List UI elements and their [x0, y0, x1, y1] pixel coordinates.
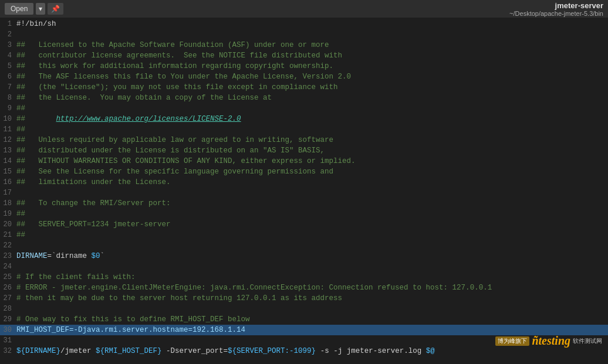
table-row: 3## Licensed to the Apache Software Foun… — [0, 40, 608, 50]
line-number: 24 — [0, 261, 16, 272]
line-number: 28 — [0, 304, 16, 314]
pin-button[interactable]: 📌 — [48, 3, 63, 15]
line-number: 1 — [0, 19, 16, 29]
line-number: 23 — [0, 251, 16, 261]
line-number: 32 — [0, 346, 16, 356]
line-content: ## The ASF licenses this file to You und… — [16, 72, 351, 82]
table-row: 9## — [0, 103, 608, 114]
line-number: 4 — [0, 50, 16, 61]
line-number: 21 — [0, 230, 16, 240]
table-row: 11## — [0, 124, 608, 135]
line-number: 25 — [0, 272, 16, 283]
line-number: 14 — [0, 156, 16, 166]
table-row: 8## the License. You may obtain a copy o… — [0, 93, 608, 103]
line-content: ## limitations under the License. — [16, 177, 171, 188]
table-row: 13## distributed under the License is di… — [0, 145, 608, 156]
table-row: 4## contributor license agreements. See … — [0, 50, 608, 61]
table-row: 10## http://www.apache.org/licenses/LICE… — [0, 114, 608, 124]
filepath-label: ~/Desktop/apache-jmeter-5.3/bin — [509, 10, 603, 17]
line-content: ## Licensed to the Apache Software Found… — [16, 40, 329, 50]
table-row: 18## To change the RMI/Server port: — [0, 198, 608, 209]
line-number: 2 — [0, 29, 16, 40]
line-content: ## — [16, 124, 25, 135]
line-content: ## contributor license agreements. See t… — [16, 50, 342, 61]
table-row: 21## — [0, 230, 608, 240]
line-number: 12 — [0, 135, 16, 145]
line-content: # One way to fix this is to define RMI_H… — [16, 314, 250, 325]
line-content: ## See the License for the specific lang… — [16, 166, 333, 177]
line-content: # then it may be due to the server host … — [16, 293, 342, 304]
table-row: 20## SERVER_PORT=1234 jmeter-server — [0, 219, 608, 230]
table-row: 5## this work for additional information… — [0, 61, 608, 72]
toolbar: Open ▾ 📌 — [5, 3, 63, 15]
table-row: 15## See the License for the specific la… — [0, 166, 608, 177]
line-number: 29 — [0, 314, 16, 325]
code-editor[interactable]: 1#!/bin/sh23## Licensed to the Apache So… — [0, 18, 608, 364]
table-row: 16## limitations under the License. — [0, 177, 608, 188]
line-content: ## — [16, 230, 25, 240]
table-row: 12## Unless required by applicable law o… — [0, 135, 608, 145]
line-number: 5 — [0, 61, 16, 72]
line-content: ## the License. You may obtain a copy of… — [16, 93, 272, 103]
line-content: ## distributed under the License is dist… — [16, 145, 325, 156]
table-row: 26# ERROR - jmeter.engine.ClientJMeterEn… — [0, 283, 608, 293]
table-row: 14## WITHOUT WARRANTIES OR CONDITIONS OF… — [0, 156, 608, 166]
line-content: ## Unless required by applicable law or … — [16, 135, 333, 145]
line-content: DIRNAME=`dirname $0` — [16, 251, 104, 261]
table-row: 7## (the "License"); you may not use thi… — [0, 82, 608, 93]
line-number: 26 — [0, 283, 16, 293]
line-content: ## (the "License"); you may not use this… — [16, 82, 338, 93]
line-content: # ERROR - jmeter.engine.ClientJMeterEngi… — [16, 283, 492, 293]
table-row: 25# If the client fails with: — [0, 272, 608, 283]
line-number: 3 — [0, 40, 16, 50]
table-row: 28 — [0, 304, 608, 314]
titlebar-info: jmeter-server ~/Desktop/apache-jmeter-5.… — [509, 1, 603, 17]
line-number: 13 — [0, 145, 16, 156]
table-row: 22 — [0, 240, 608, 251]
table-row: 17 — [0, 188, 608, 198]
filename-label: jmeter-server — [509, 1, 603, 10]
line-content: ## SERVER_PORT=1234 jmeter-server — [16, 219, 171, 230]
table-row: 27# then it may be due to the server hos… — [0, 293, 608, 304]
line-number: 31 — [0, 335, 16, 346]
line-number: 11 — [0, 124, 16, 135]
open-dropdown-button[interactable]: ▾ — [36, 3, 45, 15]
line-number: 10 — [0, 114, 16, 124]
watermark: 博为峰旗下 ñtesting 软件测试网 — [495, 334, 602, 348]
line-number: 9 — [0, 103, 16, 114]
table-row: 24 — [0, 261, 608, 272]
line-content: ## — [16, 103, 25, 114]
table-row: 2 — [0, 29, 608, 40]
table-row: 19## — [0, 209, 608, 219]
line-number: 8 — [0, 93, 16, 103]
line-number: 30 — [0, 325, 16, 335]
table-row: 29# One way to fix this is to define RMI… — [0, 314, 608, 325]
titlebar: Open ▾ 📌 jmeter-server ~/Desktop/apache-… — [0, 0, 608, 18]
line-content: ${DIRNAME}/jmeter ${RMI_HOST_DEF} -Dserv… — [16, 346, 435, 356]
watermark-site: 软件测试网 — [573, 337, 602, 345]
watermark-logo: ñtesting — [532, 334, 570, 348]
line-number: 19 — [0, 209, 16, 219]
line-content: ## — [16, 209, 25, 219]
line-content: #!/bin/sh — [16, 19, 56, 29]
line-number: 17 — [0, 188, 16, 198]
table-row: 23DIRNAME=`dirname $0` — [0, 251, 608, 261]
line-number: 22 — [0, 240, 16, 251]
line-content: ## WITHOUT WARRANTIES OR CONDITIONS OF A… — [16, 156, 356, 166]
line-number: 18 — [0, 198, 16, 209]
table-row: 6## The ASF licenses this file to You un… — [0, 72, 608, 82]
line-number: 6 — [0, 72, 16, 82]
line-number: 16 — [0, 177, 16, 188]
line-content: # If the client fails with: — [16, 272, 136, 283]
line-content: ## To change the RMI/Server port: — [16, 198, 171, 209]
line-content: ## this work for additional information … — [16, 61, 333, 72]
line-number: 20 — [0, 219, 16, 230]
watermark-badge: 博为峰旗下 — [495, 336, 529, 346]
line-number: 15 — [0, 166, 16, 177]
line-content: RMI_HOST_DEF=-Djava.rmi.server.hostname=… — [16, 325, 245, 335]
line-number: 27 — [0, 293, 16, 304]
table-row: 1#!/bin/sh — [0, 19, 608, 29]
open-button[interactable]: Open — [5, 3, 33, 15]
line-content: ## http://www.apache.org/licenses/LICENS… — [16, 114, 241, 124]
line-number: 7 — [0, 82, 16, 93]
